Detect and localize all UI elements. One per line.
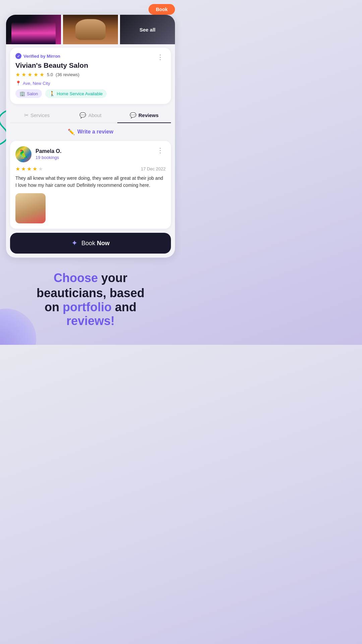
review-more-options[interactable]: ⋮	[156, 146, 166, 154]
rating-count: (36 reviews)	[56, 72, 79, 77]
tag-home-service: 🚶 Home Service Available	[45, 89, 107, 98]
write-review-button[interactable]: ✏️ Write a review	[6, 123, 175, 141]
photo-2[interactable]	[63, 15, 118, 44]
more-options-button[interactable]: ⋮	[156, 53, 166, 61]
salon-tag-icon: 🏢	[19, 91, 25, 96]
review-star-2: ★	[21, 166, 26, 172]
location-text: Ave, New City	[23, 81, 50, 86]
photo-strip: See all	[6, 15, 175, 44]
review-star-3: ★	[27, 166, 32, 172]
tag-salon: 🏢 Salon	[15, 89, 42, 98]
main-card: See all Verified by Mirron Vivian's Beau…	[6, 15, 175, 258]
star-1: ★	[15, 71, 20, 78]
review-photo[interactable]	[15, 193, 46, 223]
salon-info-card: Verified by Mirron Vivian's Beauty Salon…	[10, 48, 171, 104]
review-star-1: ★	[15, 166, 20, 172]
location-pin-icon: 📍	[15, 80, 21, 86]
tab-about-label: About	[88, 112, 101, 118]
reviewer-avatar: 🦜	[15, 146, 32, 162]
scissors-icon: ✂	[24, 112, 28, 118]
book-now-button[interactable]: ✦ Book Now	[10, 233, 171, 254]
stars-row: ★ ★ ★ ★ ★ 5.0 (36 reviews)	[15, 71, 107, 78]
tagline-line2: beauticians, based	[10, 286, 171, 300]
star-2: ★	[21, 71, 26, 78]
tab-services-label: Services	[31, 112, 50, 118]
tagline-choose: Choose	[54, 271, 98, 285]
reviews-icon: 💬	[130, 112, 136, 118]
reviewer-name: Pamela O.	[36, 148, 61, 154]
star-3: ★	[27, 71, 32, 78]
tagline-line3: on portfolio and	[10, 300, 171, 314]
review-date: 17 Dec 2022	[141, 166, 166, 171]
home-service-label: Home Service Available	[57, 91, 103, 96]
tags-row: 🏢 Salon 🚶 Home Service Available	[15, 89, 107, 98]
star-4: ★	[34, 71, 38, 78]
verified-badge-icon	[15, 53, 21, 59]
photo-1[interactable]	[6, 15, 61, 44]
review-stars-row: ★ ★ ★ ★ ★ 17 Dec 2022	[15, 166, 166, 172]
verified-row: Verified by Mirron	[15, 53, 107, 59]
tagline-reviews: reviews!	[66, 314, 115, 328]
reviewer-bookings: 19 bookings	[36, 155, 61, 160]
review-star-5: ★	[38, 166, 43, 172]
tab-about[interactable]: 💬 About	[64, 107, 117, 123]
about-icon: 💬	[79, 112, 86, 118]
tagline-line1: Choose your	[10, 271, 171, 285]
tab-reviews[interactable]: 💬 Reviews	[117, 107, 171, 123]
top-area: Book	[0, 0, 181, 15]
rating-value: 5.0	[47, 72, 53, 77]
top-book-button[interactable]: Book	[148, 4, 175, 15]
photo-3[interactable]: See all	[120, 15, 175, 44]
review-card: 🦜 Pamela O. 19 bookings ⋮ ★ ★ ★ ★ ★ 17 D…	[10, 141, 171, 229]
tagline-line4: reviews!	[10, 314, 171, 328]
tagline-portfolio: portfolio	[63, 300, 112, 314]
review-text: They all knew what they were doing, they…	[15, 175, 166, 189]
salon-tag-label: Salon	[27, 91, 38, 96]
salon-name: Vivian's Beauty Salon	[15, 61, 107, 69]
sparkle-icon: ✦	[71, 239, 77, 248]
verified-label: Verified by Mirron	[23, 54, 60, 59]
location-row: 📍 Ave, New City	[15, 80, 107, 86]
pencil-icon: ✏️	[68, 128, 75, 136]
write-review-label: Write a review	[77, 129, 113, 135]
review-star-4: ★	[33, 166, 37, 172]
book-now-label: Book Now	[81, 240, 110, 247]
star-5: ★	[40, 71, 44, 78]
see-all-label[interactable]: See all	[139, 27, 156, 33]
tabs-bar: ✂ Services 💬 About 💬 Reviews	[10, 107, 171, 123]
home-service-icon: 🚶	[49, 91, 55, 96]
tab-services[interactable]: ✂ Services	[10, 107, 64, 123]
tab-reviews-label: Reviews	[138, 112, 159, 118]
